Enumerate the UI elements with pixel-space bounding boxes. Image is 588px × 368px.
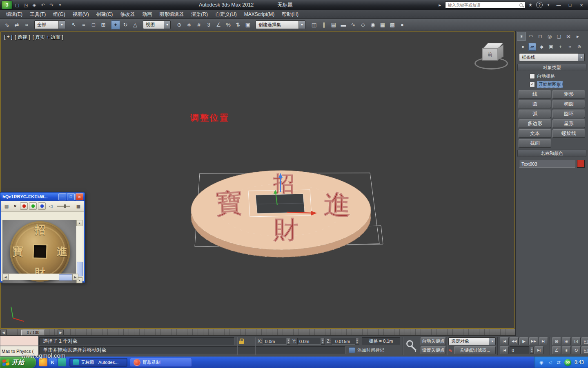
select-by-name-icon[interactable]: ≡ [79,20,88,29]
object-name-field[interactable]: Text003 [519,160,575,168]
menu-item[interactable]: 帮助(H) [278,10,302,19]
select-scale-icon[interactable]: △ [131,20,140,29]
perspective-viewport[interactable]: 招 寶 進 財 [ + ] [ 透视 ] [ 真实 + 边面 ] 调整位置 前 [0,31,514,329]
angle-snap-icon[interactable]: ∠ [214,20,223,29]
scroll-left-icon[interactable]: ◀ [2,274,9,280]
z-coord-field[interactable]: -0.015m [332,338,355,345]
mirror-icon[interactable]: ◫ [310,20,318,29]
edit-named-sets-icon[interactable]: ▣ [243,20,252,29]
player-title-bar[interactable]: hQc1RBYG-EKEkW... [0,192,85,201]
play-icon[interactable] [519,337,528,345]
media-player-window[interactable]: hQc1RBYG-EKEkW... ▤ × ◁ ▦ 招 進 財 寶 [0,192,85,283]
create-tab-icon[interactable]: ∗ [517,32,526,41]
viewport-menu-plus[interactable]: [ + ] [4,34,12,41]
motion-tab-icon[interactable]: ◎ [545,32,554,41]
key-filters-button[interactable]: 关键点过滤器... [454,346,496,354]
menu-item[interactable]: 视图(V) [69,10,93,19]
shape-button[interactable]: 文本 [519,129,551,138]
align-icon[interactable]: ∥ [319,20,328,29]
utilities-tab-icon[interactable]: ⊠ [564,32,573,41]
zoom-extents-icon[interactable] [572,337,581,345]
start-new-shape-checkbox[interactable] [530,82,535,87]
menu-item[interactable]: 动画 [138,10,156,19]
shapes-category-icon[interactable]: ▱ [528,43,536,51]
player-close-button[interactable] [76,193,83,200]
viewport-menu-shading[interactable]: [ 真实 + 边面 ] [33,34,63,41]
save-file-icon[interactable] [31,1,38,9]
render-production-icon[interactable]: ● [398,20,407,29]
help-dropdown-icon[interactable] [545,1,552,9]
search-box[interactable] [445,1,525,9]
go-to-start-icon[interactable] [500,337,509,345]
settings-grid-icon[interactable]: ▦ [75,203,82,210]
select-object-icon[interactable]: ↖ [69,20,78,29]
menu-item[interactable]: 编辑(E) [2,10,26,19]
select-link-icon[interactable]: ⇘ [2,20,11,29]
autogrid-checkbox[interactable] [530,74,535,79]
material-editor-icon[interactable]: ◉ [368,20,377,29]
hierarchy-tab-icon[interactable]: ⊓ [536,32,545,41]
taskbar-task-3dsmax[interactable]: 无标题 - Autodes... [69,358,127,367]
search-icon[interactable] [519,3,523,7]
coin-char-right[interactable]: 進 [323,189,352,220]
object-type-rollout[interactable]: 对象类型 [517,64,586,71]
coin-char-left[interactable]: 寶 [215,188,243,218]
cameras-category-icon[interactable]: ▣ [547,43,555,51]
shape-button[interactable]: 圆环 [552,110,585,118]
minimize-button[interactable] [554,1,564,9]
quick-launch-icon[interactable] [58,358,66,366]
set-key-button[interactable]: 设置关键点 [421,346,446,354]
3dsmax-logo-icon[interactable]: 3 [2,1,12,9]
render-setup-icon[interactable]: ▦ [378,20,387,29]
new-file-icon[interactable] [13,1,21,9]
speaker-icon[interactable]: ◁ [47,203,54,210]
object-category-dropdown[interactable]: 样条线 [519,53,585,61]
menu-item[interactable]: 图形编辑器 [156,10,187,19]
scroll-right-icon[interactable]: ▶ [72,274,78,280]
expand-panel-icon[interactable]: ▸ [573,32,582,41]
orbit-icon[interactable] [572,346,581,354]
frame-spinner[interactable] [530,347,534,354]
schematic-view-icon[interactable]: ◇ [359,20,368,29]
select-move-icon[interactable]: + [111,20,120,29]
player-minimize-button[interactable] [58,193,66,200]
x-coord-spinner[interactable] [287,338,290,345]
tray-network-icon[interactable]: ◉ [539,359,545,366]
horizontal-scrollbar[interactable]: ◀ ▶ [2,274,78,280]
y-coord-field[interactable]: 0.0m [297,338,321,345]
set-key-icon[interactable] [406,340,418,353]
rendered-frame-icon[interactable]: ▩ [388,20,397,29]
menu-item[interactable]: 工具(T) [26,10,49,19]
menu-item[interactable]: 自定义(U) [212,10,241,19]
shape-button[interactable]: 圆 [519,100,551,108]
spinner-snap-icon[interactable]: ⇅ [234,20,243,29]
horizontal-scroll-thumb[interactable] [59,274,73,280]
percent-snap-icon[interactable]: % [224,20,233,29]
snap-toggle-3d-icon[interactable]: 3 [204,20,213,29]
go-to-end-icon[interactable] [539,337,548,345]
maximize-viewport-icon[interactable] [581,346,588,354]
layer-manager-icon[interactable]: ▤ [329,20,338,29]
shape-button[interactable]: 截面 [519,139,551,148]
shape-button[interactable]: 矩形 [552,90,585,99]
previous-key-icon[interactable] [510,337,519,345]
record-green-button[interactable] [29,202,37,210]
curve-editor-icon[interactable]: ∿ [349,20,358,29]
previous-frame-icon[interactable] [0,330,7,336]
record-blue-button[interactable] [38,202,46,210]
menu-item[interactable]: 组(G) [49,10,69,19]
time-slider[interactable]: 0 / 100 [0,329,515,336]
tray-volume-icon[interactable]: ◁ [547,359,553,366]
previous-frame-button[interactable] [500,346,509,354]
viewport-scene[interactable]: 招 寶 進 財 [1,32,514,328]
unlink-selection-icon[interactable]: ⇄ [12,20,21,29]
viewport-menu-view[interactable]: [ 透视 ] [15,34,30,41]
coin-char-bottom[interactable]: 財 [273,216,298,243]
shape-button[interactable]: 多边形 [519,119,551,128]
window-crossing-icon[interactable]: ⊞ [99,20,108,29]
time-slider-thumb[interactable]: 0 / 100 [21,330,45,336]
volume-slider[interactable] [57,206,70,207]
menu-item[interactable]: MAXScript(M) [241,10,278,19]
record-red-button[interactable] [20,202,28,210]
zoom-region-icon[interactable] [581,337,588,345]
